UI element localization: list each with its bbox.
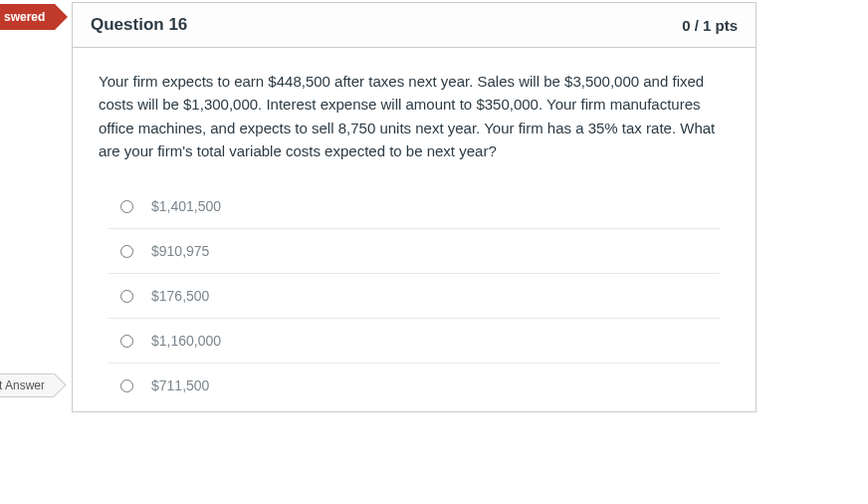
question-header: Question 16 0 / 1 pts xyxy=(73,3,756,48)
question-body: Your firm expects to earn $448,500 after… xyxy=(73,48,756,411)
answer-option[interactable]: $910,975 xyxy=(108,229,720,274)
answer-radio[interactable] xyxy=(120,245,133,258)
status-badge-correct-answer: t Answer xyxy=(0,374,54,397)
answer-radio[interactable] xyxy=(120,200,133,213)
answer-label: $1,160,000 xyxy=(151,333,221,349)
question-points: 0 / 1 pts xyxy=(682,17,738,34)
answer-label: $910,975 xyxy=(151,243,209,259)
status-badge-text: t Answer xyxy=(0,378,45,392)
answer-option[interactable]: $711,500 xyxy=(108,364,720,407)
question-title: Question 16 xyxy=(91,15,187,35)
answer-options: $1,401,500 $910,975 $176,500 $1,160,000 … xyxy=(99,184,730,407)
answer-option[interactable]: $1,160,000 xyxy=(108,319,720,364)
answer-radio[interactable] xyxy=(120,290,133,303)
answer-radio[interactable] xyxy=(120,379,133,392)
answer-radio[interactable] xyxy=(120,335,133,348)
answer-option[interactable]: $176,500 xyxy=(108,274,720,319)
answer-label: $711,500 xyxy=(151,378,209,393)
answer-label: $1,401,500 xyxy=(151,198,221,214)
question-text: Your firm expects to earn $448,500 after… xyxy=(99,70,730,162)
answer-option[interactable]: $1,401,500 xyxy=(108,184,720,229)
status-badge-unanswered: swered xyxy=(0,4,55,30)
question-card: Question 16 0 / 1 pts Your firm expects … xyxy=(72,2,757,412)
answer-label: $176,500 xyxy=(151,288,209,304)
status-badge-text: swered xyxy=(4,10,45,24)
